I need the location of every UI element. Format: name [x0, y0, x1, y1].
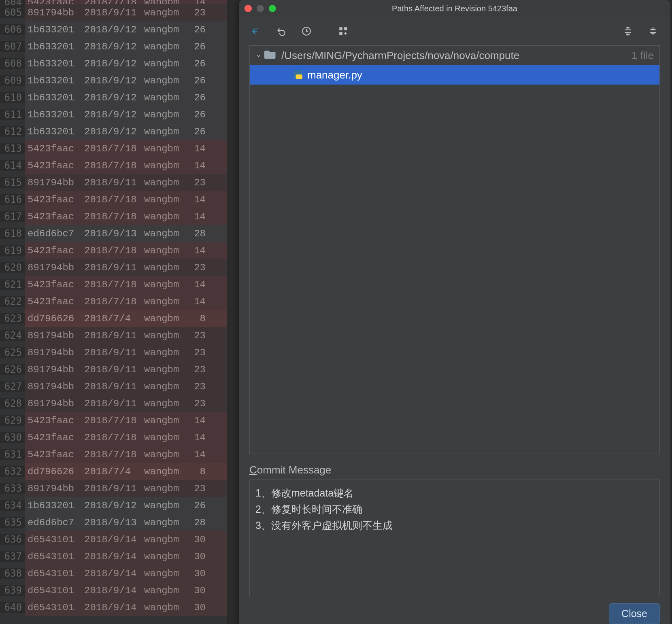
- commit-rev-number: 8: [189, 466, 209, 477]
- line-number[interactable]: 609: [0, 75, 25, 86]
- commit-author: wangbm: [144, 126, 189, 137]
- blame-row[interactable]: 6305423faac2018/7/18wangbm14: [0, 429, 227, 446]
- dialog-titlebar[interactable]: Paths Affected in Revision 5423faa: [239, 0, 670, 17]
- window-controls: [245, 5, 276, 12]
- blame-row[interactable]: 6315423faac2018/7/18wangbm14: [0, 446, 227, 463]
- blame-row[interactable]: 632dd7966262018/7/4wangbm8: [0, 463, 227, 480]
- line-number[interactable]: 607: [0, 41, 25, 52]
- blame-row[interactable]: 627891794bb2018/9/11wangbm23: [0, 378, 227, 395]
- line-number[interactable]: 627: [0, 381, 25, 392]
- commit-author: wangbm: [144, 500, 189, 511]
- commit-date: 2018/9/11: [84, 364, 144, 375]
- line-number[interactable]: 612: [0, 126, 25, 137]
- changed-files-tree[interactable]: /Users/MING/PycharmProjects/nova/nova/co…: [249, 45, 660, 454]
- line-number[interactable]: 611: [0, 109, 25, 120]
- commit-rev-number: 30: [189, 551, 209, 562]
- expand-all-icon[interactable]: [621, 24, 635, 38]
- blame-row[interactable]: 623dd7966262018/7/4wangbm8: [0, 310, 227, 327]
- line-number[interactable]: 613: [0, 143, 25, 154]
- blame-row[interactable]: 637d65431012018/9/14wangbm30: [0, 548, 227, 565]
- blame-row[interactable]: 6045423faac2018/7/18wangbm14: [0, 0, 227, 4]
- line-number[interactable]: 618: [0, 228, 25, 239]
- blame-row[interactable]: 6091b6332012018/9/12wangbm26: [0, 72, 227, 89]
- blame-row[interactable]: 638d65431012018/9/14wangbm30: [0, 565, 227, 582]
- blame-row[interactable]: 6195423faac2018/7/18wangbm14: [0, 242, 227, 259]
- line-number[interactable]: 621: [0, 279, 25, 290]
- blame-row[interactable]: 618ed6d6bc72018/9/13wangbm28: [0, 225, 227, 242]
- blame-row[interactable]: 6111b6332012018/9/12wangbm26: [0, 106, 227, 123]
- history-icon[interactable]: [300, 24, 313, 38]
- tree-folder-row[interactable]: /Users/MING/PycharmProjects/nova/nova/co…: [250, 46, 659, 65]
- line-number[interactable]: 610: [0, 92, 25, 103]
- commit-date: 2018/7/18: [84, 194, 144, 205]
- window-zoom-icon[interactable]: [269, 5, 276, 12]
- line-number[interactable]: 636: [0, 534, 25, 545]
- blame-row[interactable]: 6341b6332012018/9/12wangbm26: [0, 497, 227, 514]
- line-number[interactable]: 623: [0, 313, 25, 324]
- line-number[interactable]: 633: [0, 483, 25, 494]
- blame-row[interactable]: 620891794bb2018/9/11wangbm23: [0, 259, 227, 276]
- line-number[interactable]: 639: [0, 585, 25, 596]
- blame-row[interactable]: 6175423faac2018/7/18wangbm14: [0, 208, 227, 225]
- line-number[interactable]: 625: [0, 347, 25, 358]
- line-number[interactable]: 631: [0, 449, 25, 460]
- blame-row[interactable]: 626891794bb2018/9/11wangbm23: [0, 361, 227, 378]
- line-number[interactable]: 616: [0, 194, 25, 205]
- line-number[interactable]: 615: [0, 177, 25, 188]
- line-number[interactable]: 640: [0, 602, 25, 613]
- blame-row[interactable]: 6215423faac2018/7/18wangbm14: [0, 276, 227, 293]
- line-number[interactable]: 626: [0, 364, 25, 375]
- line-number[interactable]: 632: [0, 466, 25, 477]
- blame-row[interactable]: 605891794bb2018/9/11wangbm23: [0, 4, 227, 21]
- blame-row[interactable]: 633891794bb2018/9/11wangbm23: [0, 480, 227, 497]
- blame-row[interactable]: 640d65431012018/9/14wangbm30: [0, 599, 227, 616]
- line-number[interactable]: 614: [0, 160, 25, 171]
- line-number[interactable]: 608: [0, 58, 25, 69]
- window-close-icon[interactable]: [245, 5, 252, 12]
- commit-rev-number: 23: [189, 398, 209, 409]
- commit-message-box[interactable]: 1、修改metadata键名2、修复时长时间不准确3、没有外客户虚拟机则不生成: [249, 480, 660, 596]
- revert-icon[interactable]: [274, 24, 288, 38]
- line-number[interactable]: 617: [0, 211, 25, 222]
- commit-date: 2018/9/14: [84, 585, 144, 596]
- line-number[interactable]: 624: [0, 330, 25, 341]
- blame-row[interactable]: 6081b6332012018/9/12wangbm26: [0, 55, 227, 72]
- line-number[interactable]: 635: [0, 517, 25, 528]
- blame-row[interactable]: 6295423faac2018/7/18wangbm14: [0, 412, 227, 429]
- line-number[interactable]: 605: [0, 7, 25, 18]
- blame-row[interactable]: 635ed6d6bc72018/9/13wangbm28: [0, 514, 227, 531]
- blame-row[interactable]: 6225423faac2018/7/18wangbm14: [0, 293, 227, 310]
- line-number[interactable]: 637: [0, 551, 25, 562]
- line-number[interactable]: 634: [0, 500, 25, 511]
- line-number[interactable]: 619: [0, 245, 25, 256]
- line-number[interactable]: 606: [0, 24, 25, 35]
- commit-hash: 1b633201: [28, 126, 84, 137]
- blame-row[interactable]: 625891794bb2018/9/11wangbm23: [0, 344, 227, 361]
- line-number[interactable]: 630: [0, 432, 25, 443]
- commit-author: wangbm: [144, 24, 189, 35]
- blame-row[interactable]: 6101b6332012018/9/12wangbm26: [0, 89, 227, 106]
- blame-row[interactable]: 6071b6332012018/9/12wangbm26: [0, 38, 227, 55]
- chevron-down-icon[interactable]: [255, 49, 264, 62]
- line-number[interactable]: 622: [0, 296, 25, 307]
- blame-row[interactable]: 6165423faac2018/7/18wangbm14: [0, 191, 227, 208]
- line-number[interactable]: 629: [0, 415, 25, 426]
- blame-row[interactable]: 639d65431012018/9/14wangbm30: [0, 582, 227, 599]
- tree-file-row[interactable]: manager.py: [250, 65, 659, 85]
- blame-row[interactable]: 6145423faac2018/7/18wangbm14: [0, 157, 227, 174]
- blame-row[interactable]: 615891794bb2018/9/11wangbm23: [0, 174, 227, 191]
- blame-row[interactable]: 624891794bb2018/9/11wangbm23: [0, 327, 227, 344]
- group-by-icon[interactable]: [336, 24, 350, 38]
- close-button[interactable]: Close: [609, 603, 660, 624]
- line-number[interactable]: 620: [0, 262, 25, 273]
- blame-row[interactable]: 6135423faac2018/7/18wangbm14: [0, 140, 227, 157]
- line-number[interactable]: 628: [0, 398, 25, 409]
- blame-row[interactable]: 628891794bb2018/9/11wangbm23: [0, 395, 227, 412]
- blame-row[interactable]: 6121b6332012018/9/12wangbm26: [0, 123, 227, 140]
- blame-row[interactable]: 6061b6332012018/9/12wangbm26: [0, 21, 227, 38]
- show-diff-icon[interactable]: [249, 24, 263, 38]
- blame-row[interactable]: 636d65431012018/9/14wangbm30: [0, 531, 227, 548]
- commit-rev-number: 14: [189, 415, 209, 426]
- collapse-all-icon[interactable]: [646, 24, 660, 38]
- line-number[interactable]: 638: [0, 568, 25, 579]
